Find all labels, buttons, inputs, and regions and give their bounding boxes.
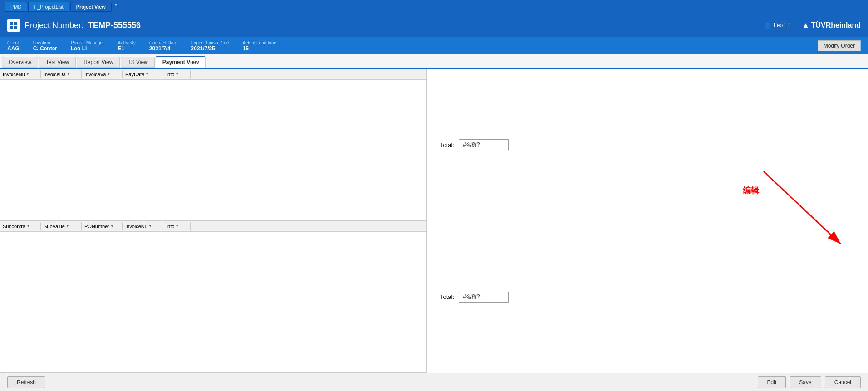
- meta-contract-date: Contract Date 2021/7/4: [149, 40, 177, 52]
- col-header-invoice-num[interactable]: InvoiceNu ▼: [0, 70, 41, 78]
- upper-table-body: [0, 80, 426, 220]
- dropdown-arrow-icon: ▼: [26, 224, 30, 228]
- dropdown-arrow-icon: ▼: [175, 224, 179, 228]
- project-title-area: Project Number: TEMP-555556: [7, 19, 141, 32]
- tab-project-view[interactable]: Project View: [70, 2, 112, 12]
- col-header-ponumber[interactable]: PONumber ▼: [82, 222, 123, 230]
- project-number-label: Project Number:: [25, 21, 83, 30]
- cancel-button[interactable]: Cancel: [825, 376, 861, 388]
- refresh-button[interactable]: Refresh: [7, 376, 45, 388]
- dropdown-arrow-icon: ▼: [66, 224, 69, 228]
- dropdown-arrow-icon: ▼: [67, 72, 70, 76]
- svg-rect-3: [14, 26, 17, 29]
- svg-rect-0: [10, 22, 13, 25]
- title-bar: PMD F_ProjectList Project View ×: [0, 0, 868, 14]
- meta-actual-lead-time: Actual Lead time 15: [243, 40, 277, 52]
- left-panel: InvoiceNu ▼ InvoiceDa ▼ InvoiceVa ▼ PayD…: [0, 69, 427, 373]
- user-icon: 👤: [764, 22, 771, 29]
- close-icon[interactable]: ×: [114, 2, 118, 12]
- tab-test-view[interactable]: Test View: [39, 57, 76, 68]
- user-name: Leo Li: [774, 22, 789, 29]
- lower-total-row: Total:: [440, 292, 509, 303]
- tuv-text: TÜVRheinland: [811, 21, 861, 29]
- dropdown-arrow-icon: ▼: [175, 72, 179, 76]
- tab-f-project-list[interactable]: F_ProjectList: [28, 2, 69, 12]
- col-header-subvalue[interactable]: SubValue ▼: [41, 222, 82, 230]
- col-header-info[interactable]: Info ▼: [163, 70, 191, 78]
- app-logo-icon: [7, 19, 20, 32]
- tab-overview[interactable]: Overview: [2, 57, 38, 68]
- upper-table-section: InvoiceNu ▼ InvoiceDa ▼ InvoiceVa ▼ PayD…: [0, 69, 426, 221]
- dropdown-arrow-icon: ▼: [107, 72, 111, 76]
- project-number-value: TEMP-555556: [88, 21, 141, 30]
- upper-table-header: InvoiceNu ▼ InvoiceDa ▼ InvoiceVa ▼ PayD…: [0, 69, 426, 80]
- right-panel: Total: Total: 编辑: [427, 69, 868, 373]
- meta-expect-finish-date: Expect Finish Date 2021/7/25: [191, 40, 229, 52]
- col-header-invoice-val[interactable]: InvoiceVa ▼: [82, 70, 123, 78]
- upper-total-label: Total:: [440, 142, 454, 148]
- dropdown-arrow-icon: ▼: [145, 72, 149, 76]
- dropdown-arrow-icon: ▼: [148, 224, 152, 228]
- meta-location: Location C. Center: [33, 40, 57, 52]
- right-upper: Total:: [427, 69, 868, 221]
- edit-button[interactable]: Edit: [758, 376, 786, 388]
- lower-table-section: Subcontra ▼ SubValue ▼ PONumber ▼ Invoic…: [0, 221, 426, 373]
- lower-total-label: Total:: [440, 293, 454, 300]
- upper-total-input[interactable]: [459, 139, 509, 150]
- bottom-toolbar: Refresh Edit Save Cancel: [0, 373, 868, 391]
- col-header-info2[interactable]: Info ▼: [163, 222, 191, 230]
- tuv-logo: ▲ TÜVRheinland: [802, 21, 861, 29]
- meta-project-manager: Project Manager Leo Li: [71, 40, 104, 52]
- svg-rect-2: [10, 26, 13, 29]
- user-info: 👤 Leo Li: [764, 22, 789, 29]
- window-tabs: PMD F_ProjectList Project View ×: [5, 2, 118, 12]
- tuv-triangle-icon: ▲: [802, 21, 809, 29]
- dropdown-arrow-icon: ▼: [110, 224, 114, 228]
- col-header-invoice-num2[interactable]: InvoiceNu ▼: [123, 222, 163, 230]
- tab-payment-view[interactable]: Payment View: [156, 56, 206, 68]
- col-header-subcontra[interactable]: Subcontra ▼: [0, 222, 41, 230]
- header-right: 👤 Leo Li ▲ TÜVRheinland: [764, 21, 861, 29]
- tab-ts-view[interactable]: TS View: [121, 57, 154, 68]
- upper-total-row: Total:: [440, 139, 509, 150]
- app-header: Project Number: TEMP-555556 👤 Leo Li ▲ T…: [0, 14, 868, 37]
- lower-table-header: Subcontra ▼ SubValue ▼ PONumber ▼ Invoic…: [0, 221, 426, 232]
- meta-row: Client AAG Location C. Center Project Ma…: [0, 37, 868, 54]
- col-header-pay-date[interactable]: PayDate ▼: [123, 70, 163, 78]
- nav-tabs: Overview Test View Report View TS View P…: [0, 54, 868, 69]
- meta-client: Client AAG: [7, 40, 20, 52]
- tab-pmd[interactable]: PMD: [5, 2, 27, 12]
- lower-table-body: [0, 232, 426, 372]
- svg-rect-1: [14, 22, 17, 25]
- col-header-invoice-date[interactable]: InvoiceDa ▼: [41, 70, 82, 78]
- save-button[interactable]: Save: [790, 376, 821, 388]
- main-content: InvoiceNu ▼ InvoiceDa ▼ InvoiceVa ▼ PayD…: [0, 69, 868, 373]
- meta-authority: Authority E1: [118, 40, 135, 52]
- tab-report-view[interactable]: Report View: [77, 57, 120, 68]
- meta-fields: Client AAG Location C. Center Project Ma…: [7, 40, 276, 52]
- lower-total-input[interactable]: [459, 292, 509, 303]
- modify-order-button[interactable]: Modify Order: [818, 40, 861, 51]
- right-lower: Total: 编辑: [427, 221, 868, 373]
- dropdown-arrow-icon: ▼: [26, 72, 29, 76]
